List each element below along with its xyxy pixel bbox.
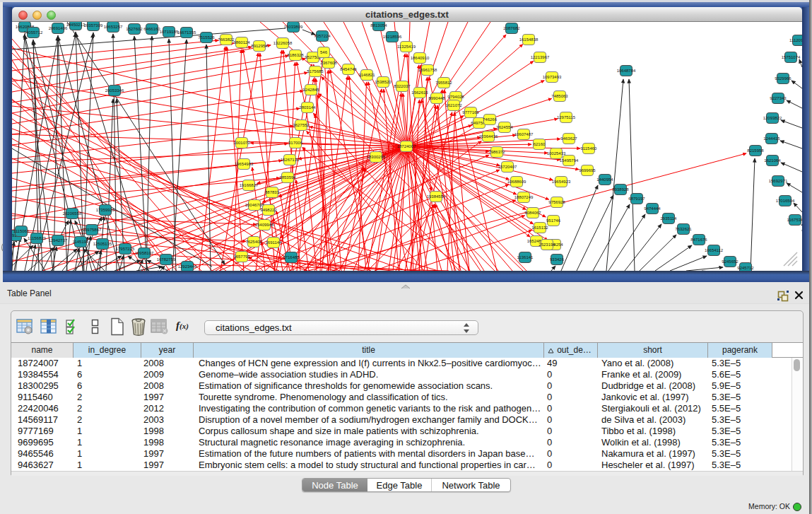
svg-text:18640910: 18640910 bbox=[411, 56, 430, 60]
svg-text:16033809: 16033809 bbox=[284, 25, 303, 29]
svg-text:15267130: 15267130 bbox=[281, 158, 300, 162]
svg-text:1621072: 1621072 bbox=[445, 103, 462, 107]
svg-text:7663822: 7663822 bbox=[218, 37, 235, 42]
svg-text:1115061: 1115061 bbox=[13, 229, 30, 233]
svg-text:7625402: 7625402 bbox=[245, 240, 262, 244]
svg-text:9756928: 9756928 bbox=[548, 200, 565, 204]
svg-text:10688609: 10688609 bbox=[507, 180, 526, 184]
svg-text:9242845: 9242845 bbox=[302, 88, 319, 92]
svg-text:746266: 746266 bbox=[483, 117, 498, 122]
svg-text:16782759: 16782759 bbox=[157, 257, 176, 262]
svg-text:10653257: 10653257 bbox=[104, 25, 123, 29]
svg-text:9657791: 9657791 bbox=[233, 255, 250, 259]
svg-text:2087682: 2087682 bbox=[503, 26, 520, 30]
svg-text:8813054: 8813054 bbox=[370, 23, 387, 28]
svg-text:1167534: 1167534 bbox=[787, 218, 802, 222]
svg-text:7515526: 7515526 bbox=[198, 35, 215, 40]
svg-text:8215958: 8215958 bbox=[747, 148, 764, 153]
svg-text:10046708: 10046708 bbox=[245, 203, 264, 207]
svg-text:546: 546 bbox=[320, 50, 328, 54]
svg-text:5716485: 5716485 bbox=[283, 255, 300, 259]
svg-text:10648784: 10648784 bbox=[617, 69, 636, 73]
svg-text:17957225: 17957225 bbox=[116, 247, 135, 251]
svg-text:9245652: 9245652 bbox=[722, 259, 739, 264]
svg-text:6466160: 6466160 bbox=[143, 27, 160, 31]
svg-text:1001073: 1001073 bbox=[233, 141, 250, 145]
svg-text:1145194: 1145194 bbox=[73, 240, 90, 244]
svg-text:15409948: 15409948 bbox=[255, 223, 274, 227]
svg-text:15720407: 15720407 bbox=[498, 165, 517, 169]
svg-text:2935114: 2935114 bbox=[661, 216, 678, 221]
svg-text:12942737: 12942737 bbox=[49, 238, 68, 243]
svg-text:16961758: 16961758 bbox=[418, 68, 437, 72]
svg-text:20691406: 20691406 bbox=[49, 26, 68, 30]
svg-text:1527602: 1527602 bbox=[126, 27, 143, 31]
svg-text:19654923: 19654923 bbox=[552, 180, 571, 184]
svg-text:1136141: 1136141 bbox=[517, 255, 534, 259]
svg-text:10973493: 10973493 bbox=[543, 75, 562, 79]
svg-text:15751074: 15751074 bbox=[782, 55, 801, 59]
svg-text:1440954: 1440954 bbox=[596, 177, 613, 182]
svg-text:1621064: 1621064 bbox=[764, 158, 781, 163]
svg-text:7986372: 7986372 bbox=[488, 150, 505, 154]
svg-text:9084067: 9084067 bbox=[524, 211, 541, 215]
svg-text:9463627: 9463627 bbox=[560, 136, 577, 141]
svg-text:933426: 933426 bbox=[550, 257, 565, 262]
svg-text:12975115: 12975115 bbox=[557, 115, 576, 119]
svg-text:9227343: 9227343 bbox=[770, 96, 787, 100]
svg-text:17359928: 17359928 bbox=[96, 208, 115, 212]
svg-text:7955812: 7955812 bbox=[435, 81, 452, 85]
svg-text:20364436: 20364436 bbox=[479, 134, 498, 139]
svg-text:7357224: 7357224 bbox=[314, 34, 331, 38]
svg-text:7485063: 7485063 bbox=[551, 94, 568, 98]
svg-text:14055712: 14055712 bbox=[24, 30, 43, 35]
svg-text:15692971: 15692971 bbox=[769, 179, 788, 183]
svg-text:12213967: 12213967 bbox=[531, 55, 550, 59]
svg-text:6879197: 6879197 bbox=[628, 197, 645, 201]
svg-text:9146821: 9146821 bbox=[358, 73, 375, 77]
svg-text:62160: 62160 bbox=[534, 142, 546, 146]
svg-text:8471676: 8471676 bbox=[690, 238, 707, 242]
svg-text:8322037: 8322037 bbox=[394, 84, 411, 88]
svg-text:10958107: 10958107 bbox=[135, 251, 154, 255]
svg-text:16671355: 16671355 bbox=[177, 30, 196, 35]
svg-text:19218596: 19218596 bbox=[383, 35, 402, 39]
svg-text:9699695: 9699695 bbox=[579, 168, 596, 173]
svg-text:20206558: 20206558 bbox=[63, 211, 82, 216]
svg-text:8454749: 8454749 bbox=[340, 67, 357, 71]
svg-text:12505135: 12505135 bbox=[93, 242, 112, 246]
svg-text:11120931: 11120931 bbox=[789, 38, 802, 42]
svg-text:9860124: 9860124 bbox=[233, 40, 250, 45]
svg-text:10607487: 10607487 bbox=[514, 132, 534, 136]
svg-text:12093822: 12093822 bbox=[763, 116, 782, 120]
svg-text:8938928: 8938928 bbox=[612, 187, 629, 192]
svg-text:9245712: 9245712 bbox=[737, 266, 754, 270]
svg-text:18450213: 18450213 bbox=[66, 23, 86, 27]
svg-text:2853594: 2853594 bbox=[279, 175, 296, 180]
svg-text:8186328: 8186328 bbox=[287, 53, 304, 57]
svg-text:8912954: 8912954 bbox=[251, 44, 268, 48]
svg-text:9115460: 9115460 bbox=[581, 146, 598, 151]
svg-text:12923446: 12923446 bbox=[178, 264, 197, 269]
svg-text:1691144: 1691144 bbox=[266, 240, 283, 245]
svg-text:18300295: 18300295 bbox=[367, 155, 386, 159]
svg-text:2523196: 2523196 bbox=[539, 243, 555, 247]
svg-text:15495794: 15495794 bbox=[560, 158, 579, 163]
svg-text:1615132: 1615132 bbox=[531, 226, 548, 230]
svg-text:5175685: 5175685 bbox=[307, 69, 324, 74]
svg-text:3627552: 3627552 bbox=[293, 123, 310, 127]
svg-text:9474444: 9474444 bbox=[644, 206, 661, 211]
svg-text:7632621: 7632621 bbox=[675, 227, 692, 231]
svg-text:317006: 317006 bbox=[288, 141, 303, 145]
svg-text:19654983: 19654983 bbox=[235, 162, 254, 166]
svg-text:9329966: 9329966 bbox=[775, 76, 792, 81]
svg-text:9794028: 9794028 bbox=[447, 95, 464, 99]
svg-text:13226058: 13226058 bbox=[273, 41, 293, 45]
svg-text:1244415: 1244415 bbox=[763, 136, 780, 141]
svg-text:9777169: 9777169 bbox=[462, 110, 479, 115]
svg-text:951746: 951746 bbox=[546, 218, 561, 223]
svg-text:887833: 887833 bbox=[265, 190, 280, 194]
svg-text:17016504: 17016504 bbox=[776, 199, 795, 203]
svg-text:20053346: 20053346 bbox=[105, 88, 124, 93]
svg-text:2367608: 2367608 bbox=[320, 61, 337, 65]
